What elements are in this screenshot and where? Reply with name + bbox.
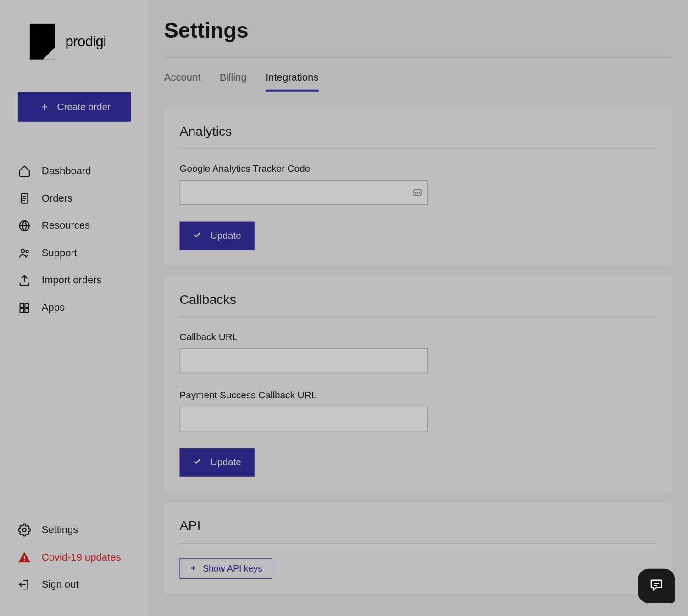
sidebar: prodigi Create order Dashboard Orders xyxy=(0,0,149,616)
plus-icon xyxy=(190,563,197,573)
callback-url-input[interactable] xyxy=(180,348,428,373)
payment-callback-label: Payment Success Callback URL xyxy=(180,390,657,401)
svg-rect-13 xyxy=(419,192,421,194)
sidebar-item-label: Support xyxy=(42,247,77,259)
card-divider xyxy=(180,317,657,317)
analytics-card: Analytics Google Analytics Tracker Code … xyxy=(164,108,673,266)
api-card: API Show API keys xyxy=(164,503,673,594)
title-divider xyxy=(164,57,673,57)
brand-name: prodigi xyxy=(66,33,106,50)
svg-point-3 xyxy=(26,250,28,253)
users-icon xyxy=(18,247,31,260)
sidebar-item-label: Settings xyxy=(42,524,78,536)
chat-icon xyxy=(649,577,664,595)
clipboard-icon xyxy=(18,192,31,205)
payment-callback-input[interactable] xyxy=(180,407,428,431)
home-icon xyxy=(18,165,31,178)
card-divider xyxy=(180,543,657,544)
sidebar-item-sign-out[interactable]: Sign out xyxy=(0,571,149,599)
warning-icon xyxy=(18,551,31,564)
tab-account[interactable]: Account xyxy=(164,72,201,92)
show-api-keys-button[interactable]: Show API keys xyxy=(180,558,272,578)
main-content: Settings Account Billing Integrations An… xyxy=(149,0,688,616)
page-title: Settings xyxy=(164,18,673,43)
svg-rect-11 xyxy=(415,192,416,194)
api-title: API xyxy=(180,518,657,534)
sidebar-item-import-orders[interactable]: Import orders xyxy=(0,267,149,294)
svg-rect-4 xyxy=(20,303,24,307)
sidebar-item-resources[interactable]: Resources xyxy=(0,212,149,240)
tab-billing[interactable]: Billing xyxy=(220,72,247,92)
sidebar-item-orders[interactable]: Orders xyxy=(0,185,149,212)
create-order-button[interactable]: Create order xyxy=(18,92,131,122)
svg-point-9 xyxy=(24,560,25,561)
sidebar-item-label: Import orders xyxy=(42,275,102,286)
secondary-nav: Settings Covid-19 updates Sign out xyxy=(0,517,149,599)
ga-tracker-input[interactable] xyxy=(180,180,428,205)
sidebar-item-label: Orders xyxy=(42,192,72,204)
signout-icon xyxy=(18,578,31,591)
analytics-update-button[interactable]: Update xyxy=(180,222,255,250)
sidebar-item-apps[interactable]: Apps xyxy=(0,294,149,322)
tabs: Account Billing Integrations xyxy=(164,72,673,92)
create-order-label: Create order xyxy=(57,102,111,112)
primary-nav: Dashboard Orders Resources Support xyxy=(0,158,149,322)
svg-rect-7 xyxy=(25,308,28,312)
sidebar-item-label: Covid-19 updates xyxy=(42,551,121,563)
tab-integrations[interactable]: Integrations xyxy=(266,72,318,92)
svg-rect-12 xyxy=(417,192,418,194)
sidebar-item-label: Dashboard xyxy=(42,165,91,177)
callback-url-label: Callback URL xyxy=(180,331,657,342)
update-label: Update xyxy=(211,231,241,241)
chat-widget-button[interactable] xyxy=(638,569,675,603)
plus-icon xyxy=(38,100,51,114)
show-api-keys-label: Show API keys xyxy=(203,563,262,573)
check-icon xyxy=(193,230,202,242)
svg-rect-5 xyxy=(25,303,28,307)
callbacks-update-button[interactable]: Update xyxy=(180,448,255,477)
svg-rect-6 xyxy=(20,308,24,312)
sidebar-item-label: Sign out xyxy=(42,579,79,591)
gear-icon xyxy=(18,523,31,537)
sidebar-item-covid-updates[interactable]: Covid-19 updates xyxy=(0,544,149,571)
brand-logo: prodigi xyxy=(0,24,149,60)
logo-mark-icon xyxy=(30,24,55,60)
browser-extension-icon xyxy=(413,188,422,198)
upload-icon xyxy=(18,274,31,287)
callbacks-card: Callbacks Callback URL Payment Success C… xyxy=(164,276,673,492)
analytics-title: Analytics xyxy=(180,124,657,139)
svg-point-2 xyxy=(21,249,24,253)
card-divider xyxy=(180,148,657,149)
sidebar-item-label: Resources xyxy=(42,220,90,232)
ga-tracker-label: Google Analytics Tracker Code xyxy=(180,164,657,174)
sidebar-item-dashboard[interactable]: Dashboard xyxy=(0,158,149,185)
callbacks-title: Callbacks xyxy=(180,292,657,308)
check-icon xyxy=(193,456,202,468)
grid-icon xyxy=(18,301,31,314)
globe-icon xyxy=(18,219,31,232)
svg-point-8 xyxy=(23,528,26,532)
sidebar-item-label: Apps xyxy=(42,302,65,314)
sidebar-item-settings[interactable]: Settings xyxy=(0,517,149,544)
update-label: Update xyxy=(211,457,241,468)
sidebar-item-support[interactable]: Support xyxy=(0,239,149,267)
